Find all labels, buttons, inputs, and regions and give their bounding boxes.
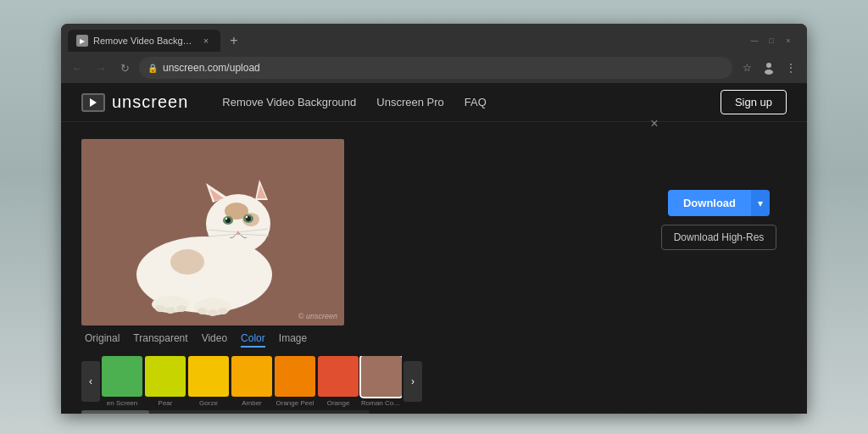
svg-point-28: [218, 308, 228, 314]
video-panel: © unscreen Original Transparent Video Co…: [81, 139, 634, 414]
tab-original[interactable]: Original: [85, 332, 120, 348]
profile-icon: [760, 58, 778, 77]
logo-text: unscreen: [112, 92, 188, 112]
lock-icon: 🔒: [147, 64, 158, 73]
tab-favicon: ▶: [76, 35, 88, 47]
tab-video[interactable]: Video: [202, 332, 227, 348]
swatch-list: en Screen Pear Gorze Amber: [102, 356, 402, 407]
color-mode-tabs: Original Transparent Video Color Image: [81, 332, 634, 348]
browser-tab-active[interactable]: ▶ Remove Video Background – Un... ×: [68, 30, 220, 52]
svg-point-14: [225, 218, 227, 220]
browser-chrome: ▶ Remove Video Background – Un... × + — …: [61, 24, 807, 83]
play-icon: [90, 98, 97, 107]
download-hires-button[interactable]: Download High-Res: [661, 225, 777, 250]
window-minimize-button[interactable]: —: [749, 36, 760, 46]
tab-close-button[interactable]: ×: [200, 35, 212, 47]
svg-point-0: [766, 63, 771, 68]
browser-actions: ☆ ⋮: [737, 58, 800, 77]
swatch-label-2: Gorze: [188, 399, 229, 407]
swatch-orange-peel: Orange Peel: [275, 356, 315, 407]
svg-point-29: [170, 249, 204, 275]
address-bar: ← → ↻ 🔒 unscreen.com/upload ☆ ⋮: [61, 53, 807, 83]
swatch-roman-coffee: Roman Coffee: [361, 356, 402, 407]
swatch-label-6: Roman Coffee: [361, 399, 402, 407]
svg-point-25: [176, 305, 186, 312]
swatch-color-orange-peel[interactable]: [275, 356, 315, 397]
download-button[interactable]: Download: [668, 190, 751, 216]
window-controls: — □ ×: [749, 36, 800, 46]
menu-icon[interactable]: ⋮: [782, 58, 800, 77]
swatch-color-pear[interactable]: [145, 356, 186, 397]
browser-window: ▶ Remove Video Background – Un... × + — …: [61, 24, 807, 414]
main-content: ×: [61, 122, 807, 414]
watermark: © unscreen: [298, 312, 337, 320]
swatch-amber: Amber: [231, 356, 272, 407]
swatch-color-green[interactable]: [102, 356, 142, 397]
window-close-button[interactable]: ×: [783, 36, 793, 46]
tab-title: Remove Video Background – Un...: [93, 36, 195, 46]
back-button[interactable]: ←: [68, 58, 86, 77]
swatch-color-orange[interactable]: [318, 356, 359, 397]
svg-point-27: [208, 309, 218, 316]
svg-point-23: [155, 305, 165, 312]
reload-button[interactable]: ↻: [115, 58, 134, 77]
download-button-group: Download ▾: [668, 190, 770, 216]
tab-bar: ▶ Remove Video Background – Un... × + — …: [61, 24, 807, 53]
url-text: unscreen.com/upload: [163, 62, 260, 74]
swatch-label-5: Orange: [318, 399, 359, 407]
nav-link-remove-bg[interactable]: Remove Video Background: [222, 96, 356, 108]
window-maximize-button[interactable]: □: [766, 36, 776, 46]
color-swatches: ‹ en Screen Pear Gorze: [81, 356, 634, 407]
new-tab-button[interactable]: +: [224, 31, 244, 51]
svg-point-26: [198, 308, 208, 314]
swatch-prev-button[interactable]: ‹: [81, 361, 100, 402]
swatch-color-amber[interactable]: [231, 356, 272, 397]
scrollbar-thumb[interactable]: [81, 410, 149, 414]
tab-transparent[interactable]: Transparent: [133, 332, 187, 348]
swatch-green-screen: en Screen: [102, 356, 142, 407]
swatch-label-4: Orange Peel: [275, 399, 315, 407]
tab-color[interactable]: Color: [241, 332, 265, 348]
page-content: unscreen Remove Video Background Unscree…: [61, 83, 807, 414]
svg-point-15: [246, 216, 248, 218]
video-container: © unscreen: [81, 139, 344, 326]
swatch-scrollbar[interactable]: [81, 410, 370, 414]
site-logo: unscreen: [81, 92, 188, 112]
nav-link-pro[interactable]: Unscreen Pro: [376, 96, 443, 108]
swatch-label-1: Pear: [145, 399, 186, 407]
forward-button[interactable]: →: [92, 58, 110, 77]
swatch-gorze: Gorze: [188, 356, 229, 407]
swatch-orange: Orange: [318, 356, 359, 407]
tab-image[interactable]: Image: [279, 332, 307, 348]
cat-image: [81, 139, 344, 326]
download-dropdown-button[interactable]: ▾: [751, 190, 770, 216]
site-nav-links: Remove Video Background Unscreen Pro FAQ: [222, 96, 487, 108]
site-navbar: unscreen Remove Video Background Unscree…: [61, 83, 807, 122]
svg-point-24: [165, 307, 175, 314]
swatch-color-roman-coffee[interactable]: [361, 356, 402, 397]
right-panel: Download ▾ Download High-Res: [651, 139, 787, 414]
svg-point-1: [765, 70, 773, 75]
logo-icon: [81, 93, 105, 112]
close-preview-button[interactable]: ×: [646, 115, 663, 132]
site-nav-right: Sign up: [721, 90, 787, 114]
sign-up-button[interactable]: Sign up: [721, 90, 787, 114]
swatch-color-gorze[interactable]: [188, 356, 229, 397]
swatch-label-0: en Screen: [102, 399, 142, 407]
swatch-label-3: Amber: [231, 399, 272, 407]
swatch-pear: Pear: [145, 356, 186, 407]
bookmark-icon[interactable]: ☆: [737, 58, 756, 77]
swatch-next-button[interactable]: ›: [403, 361, 422, 402]
url-bar[interactable]: 🔒 unscreen.com/upload: [139, 57, 732, 79]
nav-link-faq[interactable]: FAQ: [465, 96, 487, 108]
